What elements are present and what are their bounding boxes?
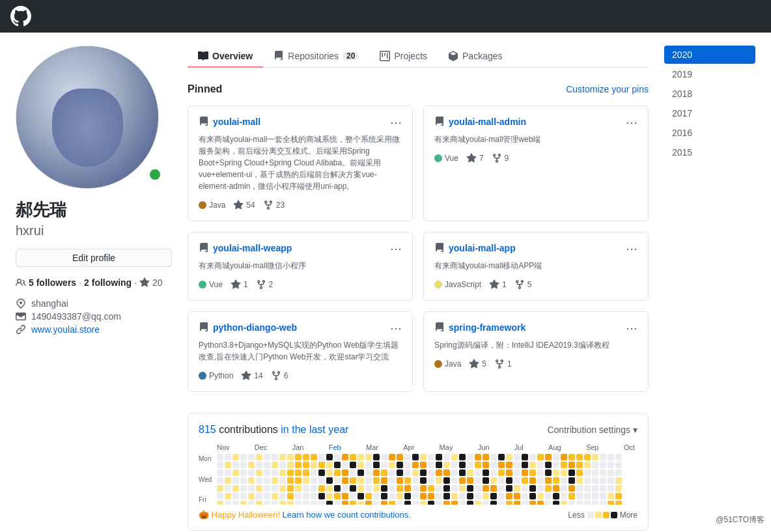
learn-link[interactable]: Learn how we count contributions. — [282, 510, 410, 520]
repo-name-0: youlai-mall — [213, 117, 260, 127]
svg-rect-143 — [373, 477, 380, 484]
repo-link-0[interactable]: youlai-mall — [199, 117, 260, 127]
svg-rect-229 — [467, 493, 473, 499]
more-btn-5[interactable]: ⋯ — [626, 322, 638, 334]
svg-rect-172 — [404, 485, 411, 492]
svg-rect-263 — [506, 485, 512, 492]
lang-item-5: Java — [434, 359, 461, 369]
svg-rect-217 — [459, 454, 466, 460]
year-btn-2019[interactable]: 2019 — [664, 65, 755, 83]
svg-rect-300 — [545, 501, 552, 505]
svg-rect-124 — [350, 493, 356, 499]
svg-rect-231 — [475, 454, 481, 460]
lang-name-3: JavaScript — [445, 280, 481, 289]
svg-rect-343 — [600, 454, 606, 460]
svg-rect-31 — [248, 477, 255, 484]
svg-rect-134 — [365, 462, 372, 468]
svg-rect-93 — [318, 469, 325, 476]
svg-rect-71 — [295, 462, 301, 468]
github-logo[interactable] — [10, 6, 31, 27]
svg-rect-279 — [522, 501, 528, 505]
svg-rect-171 — [404, 477, 411, 484]
link-icon — [16, 324, 26, 335]
more-btn-3[interactable]: ⋯ — [626, 243, 638, 255]
star-icon-3 — [489, 279, 499, 290]
more-btn-2[interactable]: ⋯ — [390, 243, 402, 255]
svg-rect-57 — [279, 462, 286, 468]
repo-icon-5 — [434, 322, 445, 333]
repo-desc-4: Python3.8+Django+MySQL实现的Python Web版学生填题… — [199, 339, 402, 363]
tab-repositories[interactable]: Repositories 20 — [263, 46, 369, 68]
svg-rect-324 — [576, 469, 583, 476]
svg-rect-328 — [576, 501, 583, 505]
star-count-0: 54 — [233, 200, 255, 210]
svg-rect-277 — [522, 485, 528, 492]
svg-rect-170 — [404, 469, 411, 476]
svg-rect-319 — [568, 485, 575, 492]
repo-link-2[interactable]: youlai-mall-weapp — [199, 243, 292, 253]
tab-projects[interactable]: Projects — [369, 46, 438, 68]
svg-rect-102 — [326, 485, 333, 492]
fork-icon-3 — [514, 279, 525, 290]
repo-link-4[interactable]: python-diango-web — [199, 322, 297, 333]
svg-rect-133 — [365, 454, 372, 460]
repo-desc-3: 有来商城youlai-mall移动APP端 — [434, 260, 638, 272]
svg-rect-159 — [389, 493, 395, 499]
year-btn-2016[interactable]: 2016 — [664, 124, 755, 142]
package-icon — [448, 51, 458, 61]
repo-desc-0: 有来商城youlai-mall一套全栈的商城系统，整个系统采用微服务架构，前后端… — [199, 133, 402, 192]
svg-rect-192 — [428, 477, 434, 484]
tab-overview[interactable]: Overview — [188, 46, 263, 68]
tab-packages-label: Packages — [462, 51, 502, 61]
website-link[interactable]: www.youlai.store — [31, 324, 100, 335]
svg-rect-288 — [537, 462, 544, 468]
svg-rect-358 — [615, 462, 622, 468]
svg-rect-179 — [412, 485, 419, 492]
svg-rect-68 — [287, 493, 294, 499]
year-btn-2020[interactable]: 2020 — [664, 46, 755, 64]
svg-rect-253 — [498, 462, 505, 468]
year-btn-2017[interactable]: 2017 — [664, 104, 755, 122]
svg-rect-39 — [256, 485, 262, 492]
followers-link[interactable]: 5 followers — [29, 277, 76, 288]
repo-link-1[interactable]: youlai-mall-admin — [434, 117, 526, 127]
more-btn-0[interactable]: ⋯ — [390, 117, 402, 128]
year-btn-2015[interactable]: 2015 — [664, 143, 755, 161]
lang-name-4: Python — [209, 371, 233, 380]
repo-link-3[interactable]: youlai-mall-app — [434, 243, 516, 253]
more-btn-4[interactable]: ⋯ — [390, 322, 402, 334]
svg-rect-252 — [498, 454, 505, 460]
svg-rect-156 — [389, 469, 395, 476]
svg-rect-194 — [428, 493, 434, 499]
pinned-grid: youlai-mall ⋯ 有来商城youlai-mall一套全栈的商城系统，整… — [188, 105, 649, 392]
svg-rect-185 — [420, 477, 427, 484]
svg-rect-357 — [615, 454, 622, 460]
contribution-settings-btn[interactable]: Contribution settings ▾ — [547, 425, 638, 435]
svg-rect-167 — [397, 501, 403, 505]
svg-rect-240 — [483, 469, 489, 476]
svg-rect-235 — [475, 485, 481, 492]
svg-rect-151 — [381, 485, 387, 492]
user-handle: hxrui — [16, 223, 172, 238]
svg-rect-23 — [240, 469, 247, 476]
svg-rect-244 — [483, 501, 489, 505]
repo-name-2: youlai-mall-weapp — [213, 243, 292, 253]
svg-rect-190 — [428, 462, 434, 468]
pinned-title: Pinned — [188, 83, 222, 95]
following-link[interactable]: 2 following — [84, 277, 132, 288]
more-btn-1[interactable]: ⋯ — [626, 117, 638, 128]
svg-rect-98 — [326, 454, 333, 460]
svg-rect-127 — [357, 462, 364, 468]
svg-rect-184 — [420, 469, 427, 476]
svg-rect-303 — [553, 469, 559, 476]
year-btn-2018[interactable]: 2018 — [664, 85, 755, 103]
svg-rect-249 — [490, 485, 497, 492]
edit-profile-button[interactable]: Edit profile — [16, 249, 172, 267]
tab-packages[interactable]: Packages — [438, 46, 512, 68]
customize-pins-link[interactable]: Customize your pins — [566, 84, 649, 94]
repo-link-5[interactable]: spring-framework — [434, 322, 526, 333]
svg-rect-198 — [436, 469, 442, 476]
svg-rect-335 — [584, 501, 591, 505]
svg-rect-354 — [608, 485, 614, 492]
svg-rect-216 — [451, 501, 458, 505]
